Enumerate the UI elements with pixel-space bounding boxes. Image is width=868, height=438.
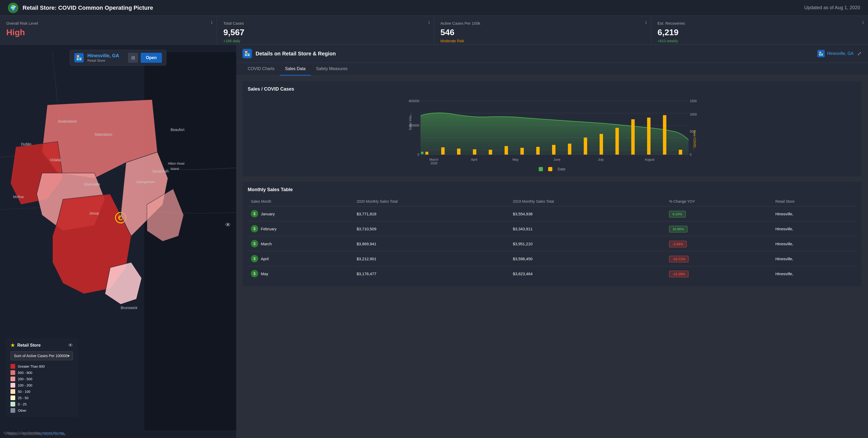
total-cases-info-icon[interactable]: ℹ xyxy=(428,20,430,25)
svg-rect-50 xyxy=(663,115,666,154)
month-cell: $ March xyxy=(248,236,353,251)
month-icon: $ xyxy=(251,270,258,277)
pct-badge: 6.10% xyxy=(669,211,686,217)
svg-text:500: 500 xyxy=(690,130,695,134)
legend-item: Other xyxy=(10,408,73,413)
map-footer: © Mapbox © OpenStreetMap Improve this ma… xyxy=(4,431,64,434)
svg-rect-46 xyxy=(599,134,603,155)
store-name: Hinesville, xyxy=(772,251,857,266)
total-cases-sub: +188 daily xyxy=(223,39,428,43)
active-cases-info-icon[interactable]: ℹ xyxy=(645,20,647,25)
svg-rect-41 xyxy=(520,148,524,155)
improve-map-link[interactable]: Improve this map xyxy=(42,431,64,434)
panel-header-right: 🏪 Hinesville, GA ⤢ xyxy=(817,50,862,57)
svg-text:June: June xyxy=(553,158,560,162)
legend-item: 200 - 500 xyxy=(10,377,73,381)
svg-rect-49 xyxy=(647,118,650,155)
svg-text:May: May xyxy=(513,158,519,162)
pct-badge: -10.71% xyxy=(669,256,688,262)
store-name: Hinesville, xyxy=(772,206,857,222)
legend-swatch xyxy=(10,377,15,381)
svg-text:Statesboro: Statesboro xyxy=(94,133,112,137)
stats-bar: Overall Risk Level High ℹ Total Cases 9,… xyxy=(0,16,868,45)
svg-text:Georgetown: Georgetown xyxy=(136,180,155,184)
svg-rect-1 xyxy=(144,52,236,430)
sales-swatch xyxy=(539,167,543,171)
svg-text:August: August xyxy=(645,158,655,162)
svg-text:Island: Island xyxy=(170,167,179,171)
est-recoveries-info-icon[interactable]: ℹ xyxy=(862,20,864,25)
svg-text:2020: 2020 xyxy=(430,162,437,165)
legend-item: 50 - 100 xyxy=(10,389,73,394)
month-name: April xyxy=(261,257,269,261)
svg-text:McRae: McRae xyxy=(13,195,24,199)
table-header: Sales Month2020 Monthly Sales Total2019 … xyxy=(248,197,857,206)
overall-risk-value: High xyxy=(6,28,211,37)
legend-item: 0 - 25 xyxy=(10,402,73,407)
map-grid-button[interactable]: ⊞ xyxy=(128,53,138,63)
tab-safety-measures[interactable]: Safety Measures xyxy=(311,63,353,76)
open-button[interactable]: Open xyxy=(141,53,162,63)
legend-swatch xyxy=(10,396,15,400)
map-center-eye-icon[interactable]: 👁 xyxy=(225,222,231,229)
svg-text:April: April xyxy=(471,158,477,162)
month-icon: $ xyxy=(251,210,258,217)
sales-2020: $3,869,941 xyxy=(353,236,509,251)
svg-text:0: 0 xyxy=(690,153,692,156)
month-cell: $ January xyxy=(248,206,353,222)
svg-text:Jesup: Jesup xyxy=(89,211,99,215)
legend-items: Greater Than 800500 - 800200 - 500100 - … xyxy=(10,364,73,413)
svg-rect-51 xyxy=(679,150,682,155)
right-panel: 🏪 Details on Retail Store & Region 🏪 Hin… xyxy=(236,45,868,438)
month-name: May xyxy=(261,271,268,276)
total-cases-label: Total Cases xyxy=(223,21,428,26)
chart-legend-covid xyxy=(548,167,552,171)
svg-text:Glennville: Glennville xyxy=(84,182,100,186)
legend-eye-icon[interactable]: 👁 xyxy=(68,343,73,348)
table-col-header: 2020 Monthly Sales Total xyxy=(353,197,509,206)
legend-dropdown[interactable]: Sum of Active Cases Per 100000 ▾ xyxy=(10,351,73,360)
chart-container: Sales Volu... New COVID... 800000 400000 xyxy=(248,96,857,165)
total-cases-card: Total Cases 9,567 +188 daily ℹ xyxy=(217,16,434,45)
month-cell: $ April xyxy=(248,251,353,266)
chart-title: Sales / COVID Cases xyxy=(248,86,857,92)
overall-risk-info-icon[interactable]: ℹ xyxy=(211,20,213,25)
active-cases-sub: Moderate Risk xyxy=(440,39,645,43)
svg-rect-48 xyxy=(631,119,635,155)
tab-covid-charts[interactable]: COVID Charts xyxy=(243,63,280,76)
est-recoveries-value: 6,219 xyxy=(657,28,862,37)
svg-text:1000: 1000 xyxy=(690,113,697,116)
month-icon: $ xyxy=(251,255,258,262)
month-cell: $ May xyxy=(248,266,353,281)
sales-2020: $3,178,477 xyxy=(353,266,509,281)
tab-sales-data[interactable]: Sales Data xyxy=(280,63,311,76)
panel-content: Sales / COVID Cases Sales Volu... New CO… xyxy=(236,76,868,438)
pct-change: -10.71% xyxy=(666,251,772,266)
panel-expand-icon[interactable]: ⤢ xyxy=(857,51,862,57)
map-legend: ★ Retail Store 👁 Sum of Active Cases Per… xyxy=(5,338,78,417)
sales-2019: $3,623,464 xyxy=(510,266,666,281)
svg-rect-39 xyxy=(489,150,492,155)
svg-text:July: July xyxy=(598,158,603,162)
legend-swatch xyxy=(10,402,15,407)
sales-covid-chart: Sales Volu... New COVID... 800000 400000 xyxy=(248,96,857,165)
active-cases-label: Active Cases Per 100k xyxy=(440,21,645,26)
panel-location-icon: 🏪 xyxy=(817,50,825,57)
table-col-header: % Change YOY xyxy=(666,197,772,206)
sales-2019: $3,951,210 xyxy=(510,236,666,251)
svg-text:Sales Volu...: Sales Volu... xyxy=(408,113,412,130)
est-recoveries-label: Est. Recoveries xyxy=(657,21,862,26)
legend-item-label: 0 - 25 xyxy=(18,402,27,406)
pct-badge: 10.96% xyxy=(669,226,687,232)
table-col-header: 2019 Monthly Sales Total xyxy=(510,197,666,206)
svg-text:Brunswick: Brunswick xyxy=(121,305,138,310)
app-header: 🌍 Retail Store: COVID Common Operating P… xyxy=(0,0,868,16)
store-name: Hinesville, xyxy=(772,236,857,251)
svg-rect-42 xyxy=(536,147,540,155)
table-row: $ January $3,771,818 $3,554,938 6.10% Hi… xyxy=(248,206,857,222)
svg-text:Savannah: Savannah xyxy=(152,169,169,173)
svg-text:March: March xyxy=(430,158,438,162)
map-store-info: Hinesville, GA Retail Store xyxy=(87,53,119,62)
est-recoveries-sub: +810 weekly xyxy=(657,39,862,43)
monthly-sales-table: Sales Month2020 Monthly Sales Total2019 … xyxy=(248,197,857,281)
